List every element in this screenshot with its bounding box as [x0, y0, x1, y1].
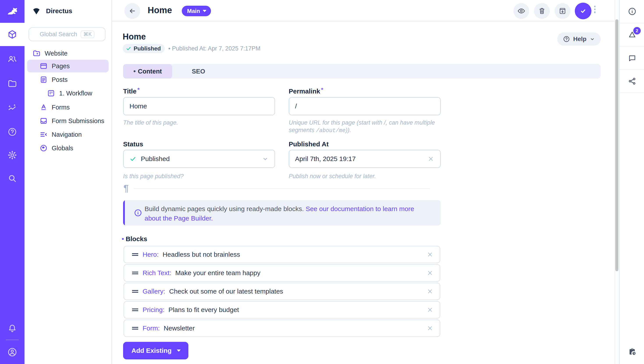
drag-handle-icon[interactable]: [132, 253, 138, 256]
module-files[interactable]: [0, 72, 24, 95]
help-label: Help: [573, 36, 586, 43]
drag-handle-icon[interactable]: [132, 290, 138, 293]
block-row-gallery[interactable]: Gallery: Check out some of our latest te…: [124, 283, 440, 300]
edited-dot: •: [134, 68, 136, 75]
title-field-label: Title*: [123, 86, 140, 95]
module-insights[interactable]: [0, 97, 24, 120]
check-icon: [126, 46, 132, 51]
block-type: Form:: [142, 324, 160, 332]
share-icon: [628, 77, 637, 86]
clear-x-icon[interactable]: [427, 155, 434, 162]
module-help[interactable]: [0, 120, 24, 143]
permalink-field-value: /: [295, 102, 297, 110]
workflow-board-icon: [47, 89, 55, 97]
permalink-field-input[interactable]: /: [289, 97, 441, 115]
permalink-note-code: /about/me: [316, 127, 346, 134]
bell-icon: [7, 323, 17, 333]
add-existing-button[interactable]: Add Existing: [123, 342, 188, 359]
comment-bubble-icon: [628, 53, 637, 63]
module-settings[interactable]: [0, 143, 24, 167]
drag-handle-icon[interactable]: [132, 327, 138, 329]
pilcrow-icon: ¶: [124, 183, 128, 194]
nav-item-label: 1. Workflow: [59, 90, 92, 97]
trash-icon: [538, 7, 546, 15]
tab-content[interactable]: • Content: [123, 64, 172, 79]
tab-seo[interactable]: SEO: [172, 64, 225, 79]
remove-x-icon[interactable]: [426, 306, 434, 313]
module-content[interactable]: [0, 23, 24, 46]
user-account-avatar[interactable]: [0, 340, 24, 364]
nav-item-label: Globals: [52, 145, 73, 152]
help-circle-icon: [7, 127, 17, 137]
check-icon: [579, 7, 588, 15]
version-label: Main: [187, 8, 200, 15]
remove-x-icon[interactable]: [426, 325, 434, 332]
nav-item-label: Posts: [52, 76, 68, 83]
search-icon: [7, 173, 17, 184]
more-options-button[interactable]: [594, 6, 596, 13]
status-select[interactable]: Published: [123, 150, 275, 168]
nav-item-label: Forms: [52, 104, 70, 111]
drag-handle-icon[interactable]: [132, 308, 138, 311]
folder-star-icon: [32, 49, 41, 58]
nav-item-label: Website: [45, 50, 68, 57]
published-at-field-note: Publish now or schedule for later.: [289, 172, 376, 180]
permalink-field-note: Unique URL for this page (start with /, …: [289, 119, 442, 134]
shares-panel-button[interactable]: [620, 70, 644, 93]
block-row-richtext[interactable]: Rich Text: Make your entire team happy: [124, 264, 440, 282]
nav-item-label: Form Submissions: [52, 117, 104, 125]
globe-icon: [40, 144, 48, 152]
remove-x-icon[interactable]: [426, 251, 434, 258]
block-row-form[interactable]: Form: Newsletter: [124, 319, 440, 337]
save-button[interactable]: [575, 3, 592, 19]
nav-list-icon: [40, 130, 48, 139]
scrollbar-thumb[interactable]: [615, 19, 618, 271]
block-row-pricing[interactable]: Pricing: Plans to fit every budget: [124, 301, 440, 319]
banner-text: Build dynamic pages quickly using ready-…: [144, 204, 429, 223]
block-type: Gallery:: [142, 288, 165, 295]
project-fan-icon: [32, 6, 41, 16]
version-dropdown[interactable]: Main: [182, 6, 211, 16]
block-row-hero[interactable]: Hero: Headless but not brainless: [124, 246, 440, 263]
directus-logo[interactable]: [0, 0, 24, 23]
info-panel-button[interactable]: [620, 0, 644, 23]
blocks-field-label: • Blocks: [122, 235, 147, 243]
revisions-panel-button[interactable]: 2: [620, 23, 644, 46]
permalink-field-label: Permalink*: [289, 86, 323, 95]
tab-bar: • Content SEO: [123, 64, 601, 79]
module-users[interactable]: [0, 47, 24, 71]
published-at-value: April 7th, 2025 19:17: [295, 155, 356, 162]
inbox-icon: [40, 117, 48, 125]
title-field-input[interactable]: Home: [123, 97, 275, 115]
back-button[interactable]: [124, 3, 140, 19]
comments-panel-button[interactable]: [620, 47, 644, 69]
module-search[interactable]: [0, 167, 24, 190]
remove-x-icon[interactable]: [426, 288, 434, 295]
block-title: Check out some of our latest templates: [169, 288, 283, 295]
global-search-input[interactable]: Global Search ⌘K: [28, 27, 106, 41]
block-title: Make your entire team happy: [175, 269, 260, 277]
status-field-note: Is this page published?: [123, 172, 184, 180]
preview-button[interactable]: [514, 3, 529, 19]
required-asterisk: *: [321, 86, 323, 93]
nav-item-label: Pages: [52, 63, 70, 70]
block-title: Headless but not brainless: [162, 251, 240, 258]
page-content: Home Published • Published At: Apr 7, 20…: [112, 22, 615, 364]
editor-divider: [134, 188, 430, 189]
published-at-input[interactable]: April 7th, 2025 19:17: [289, 150, 441, 168]
project-switcher[interactable]: Directus: [32, 5, 72, 17]
page-header: Home Main: [112, 0, 615, 22]
flows-activity-button[interactable]: [620, 340, 644, 363]
add-existing-label: Add Existing: [132, 347, 172, 354]
page-title: Home: [123, 32, 146, 42]
delete-button[interactable]: [534, 3, 550, 19]
folder-icon: [7, 79, 17, 89]
drag-handle-icon[interactable]: [132, 272, 138, 274]
archive-button[interactable]: [555, 3, 570, 19]
help-button[interactable]: Help: [557, 33, 601, 46]
remove-x-icon[interactable]: [426, 269, 434, 276]
module-bar: [0, 0, 24, 364]
caret-down-icon: [177, 349, 181, 352]
block-type: Pricing:: [142, 306, 164, 313]
notifications-bell[interactable]: [0, 317, 24, 340]
